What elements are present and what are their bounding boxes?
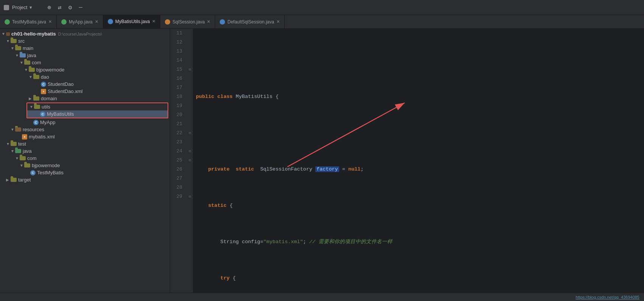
chevron-down-icon[interactable]: ▾ bbox=[29, 5, 32, 10]
code-lines: public class MyBatisUtils { private stat… bbox=[193, 29, 644, 293]
sidebar-item-target[interactable]: ▶ target bbox=[0, 176, 170, 183]
add-icon[interactable]: ⊕ bbox=[47, 4, 51, 11]
file-icon-mybatisxml: x bbox=[22, 134, 27, 140]
gutter-19 bbox=[187, 101, 193, 110]
project-panel-label: Project ▾ bbox=[4, 5, 32, 10]
sidebar-item-mybatisutils[interactable]: ▶ C MyBatisUtils bbox=[27, 110, 168, 118]
gutter-21 bbox=[187, 119, 193, 129]
utils-highlight-box: ▼ utils ▶ C MyBatisUtils bbox=[26, 102, 168, 118]
tab-defaultsqlsession[interactable]: DefaultSqlSession.java ✕ bbox=[215, 15, 284, 28]
tab-close-testmybatis[interactable]: ✕ bbox=[48, 19, 52, 24]
sidebar-item-java-test[interactable]: ▼ java bbox=[0, 147, 170, 155]
tab-sqlsession[interactable]: SqlSession.java ✕ bbox=[160, 15, 215, 28]
sidebar-item-mybatisxml[interactable]: ▶ x mybatis.xml bbox=[0, 133, 170, 140]
arrow-icon: ▼ bbox=[2, 32, 6, 36]
tab-testmybatis[interactable]: TestMyBatis.java ✕ bbox=[0, 15, 57, 28]
tab-icon-myapp bbox=[61, 19, 67, 25]
sidebar-item-studentdaoxml[interactable]: ▶ x StudentDao.xml bbox=[0, 88, 170, 95]
sidebar-item-java[interactable]: ▼ java bbox=[0, 52, 170, 59]
sidebar-item-utils[interactable]: ▼ utils bbox=[27, 103, 168, 110]
folder-icon-bjpowernode-test bbox=[24, 163, 30, 168]
sidebar-item-bjpowernode-test[interactable]: ▼ bjpowernode bbox=[0, 162, 170, 169]
tab-close-myapp[interactable]: ✕ bbox=[95, 19, 98, 24]
gutter-27 bbox=[187, 174, 193, 183]
folder-icon-bjpowernode bbox=[29, 68, 35, 72]
gutter-22: ⊖ bbox=[187, 129, 193, 138]
csdn-link[interactable]: https://blog.csdn.net/qq_43694085 bbox=[576, 295, 639, 299]
code-line-11 bbox=[196, 56, 641, 65]
file-icon-studentdao: C bbox=[41, 82, 46, 87]
folder-icon-com bbox=[24, 61, 30, 65]
gutter-15: ⊖ bbox=[187, 65, 193, 74]
module-icon: ▤ bbox=[6, 31, 10, 36]
sidebar-item-com-test[interactable]: ▼ com bbox=[0, 155, 170, 162]
folder-icon-java-test bbox=[15, 149, 21, 153]
main-area: ▼ ▤ ch01-hello-mybatis D:\course\JavaPro… bbox=[0, 29, 644, 293]
tab-close-defaultsqlsession[interactable]: ✕ bbox=[276, 19, 280, 24]
sidebar-item-test[interactable]: ▼ test bbox=[0, 140, 170, 147]
folder-icon-test bbox=[11, 142, 17, 146]
sidebar-item-src[interactable]: ▼ src bbox=[0, 37, 170, 45]
folder-icon-utils bbox=[34, 105, 40, 109]
code-line-12: public class MyBatisUtils { bbox=[196, 92, 641, 101]
sidebar: ▼ ▤ ch01-hello-mybatis D:\course\JavaPro… bbox=[0, 29, 170, 293]
tab-icon-sqlsession bbox=[165, 19, 170, 25]
folder-icon-java bbox=[20, 53, 26, 57]
code-line-16: String config="mybatis.xml"; // 需要和你的项目中… bbox=[196, 237, 641, 247]
file-icon-myapp: C bbox=[33, 120, 39, 125]
sidebar-item-dao[interactable]: ▼ dao bbox=[0, 73, 170, 81]
file-icon-testmybatis: C bbox=[30, 170, 36, 175]
gutter-14 bbox=[187, 56, 193, 65]
gutter-23 bbox=[187, 138, 193, 147]
sidebar-item-bjpowernode[interactable]: ▼ bjpowernode bbox=[0, 66, 170, 73]
top-toolbar: ⊕ ⇄ ⚙ — bbox=[47, 4, 82, 11]
sidebar-item-testmybatis-file[interactable]: ▶ C TestMyBatis bbox=[0, 169, 170, 176]
tab-mybatisutils[interactable]: MyBatisUtils.java ✕ bbox=[103, 15, 160, 28]
file-icon-mybatisutils: C bbox=[40, 112, 45, 117]
code-editor[interactable]: 11 12 13 14 15 16 17 18 19 20 21 22 23 2… bbox=[170, 29, 644, 293]
folder-icon-domain bbox=[33, 96, 39, 101]
code-area: 11 12 13 14 15 16 17 18 19 20 21 22 23 2… bbox=[170, 29, 644, 293]
sidebar-item-myapp[interactable]: ▶ C MyApp bbox=[0, 119, 170, 126]
tab-icon-defaultsqlsession bbox=[220, 19, 225, 25]
line-numbers: 11 12 13 14 15 16 17 18 19 20 21 22 23 2… bbox=[170, 29, 187, 293]
gutter-17 bbox=[187, 83, 193, 92]
minimize-icon[interactable]: — bbox=[79, 4, 82, 11]
gutter-29: ⊖ bbox=[187, 192, 193, 201]
gutter-16 bbox=[187, 74, 193, 83]
gutter-25: ⊖ bbox=[187, 156, 193, 165]
gutter-26 bbox=[187, 165, 193, 174]
tab-close-sqlsession[interactable]: ✕ bbox=[207, 19, 210, 24]
folder-icon-com-test bbox=[20, 156, 26, 160]
tab-close-mybatisutils[interactable]: ✕ bbox=[152, 19, 155, 24]
sync-icon[interactable]: ⇄ bbox=[58, 4, 62, 11]
folder-icon-resources bbox=[15, 127, 21, 132]
tab-icon-testmybatis bbox=[5, 19, 10, 25]
sidebar-item-domain[interactable]: ▶ domain bbox=[0, 95, 170, 102]
project-square-icon bbox=[4, 5, 9, 10]
sidebar-item-resources[interactable]: ▼ resources bbox=[0, 126, 170, 133]
gutter-20 bbox=[187, 110, 193, 119]
code-line-17: try { bbox=[196, 274, 641, 283]
tab-myapp[interactable]: MyApp.java ✕ bbox=[57, 15, 103, 28]
tabs-bar: TestMyBatis.java ✕ MyApp.java ✕ MyBatisU… bbox=[0, 15, 644, 29]
gutter-24: ⊖ bbox=[187, 147, 193, 156]
top-bar: Project ▾ ⊕ ⇄ ⚙ — bbox=[0, 0, 644, 15]
sidebar-root[interactable]: ▼ ▤ ch01-hello-mybatis D:\course\JavaPro… bbox=[0, 30, 170, 37]
sidebar-item-main[interactable]: ▼ main bbox=[0, 45, 170, 52]
sidebar-item-studentdao[interactable]: ▶ C StudentDao bbox=[0, 81, 170, 88]
bottom-bar: https://blog.csdn.net/qq_43694085 bbox=[0, 293, 644, 301]
code-line-14: private static SqlSessionFactory factory… bbox=[196, 165, 641, 174]
folder-icon-target bbox=[11, 178, 17, 182]
code-line-13 bbox=[196, 129, 641, 138]
sidebar-item-com[interactable]: ▼ com bbox=[0, 59, 170, 66]
tab-icon-mybatisutils bbox=[108, 19, 113, 24]
gutter-12 bbox=[187, 38, 193, 47]
folder-icon-src bbox=[11, 39, 17, 43]
gutter-13 bbox=[187, 47, 193, 56]
gutter-11 bbox=[187, 29, 193, 38]
folder-icon-dao bbox=[33, 75, 39, 79]
settings-icon[interactable]: ⚙ bbox=[68, 4, 72, 11]
gutter-28 bbox=[187, 183, 193, 192]
gutter: ⊖ ⊖ ⊖ ⊖ ⊖ bbox=[187, 29, 193, 293]
